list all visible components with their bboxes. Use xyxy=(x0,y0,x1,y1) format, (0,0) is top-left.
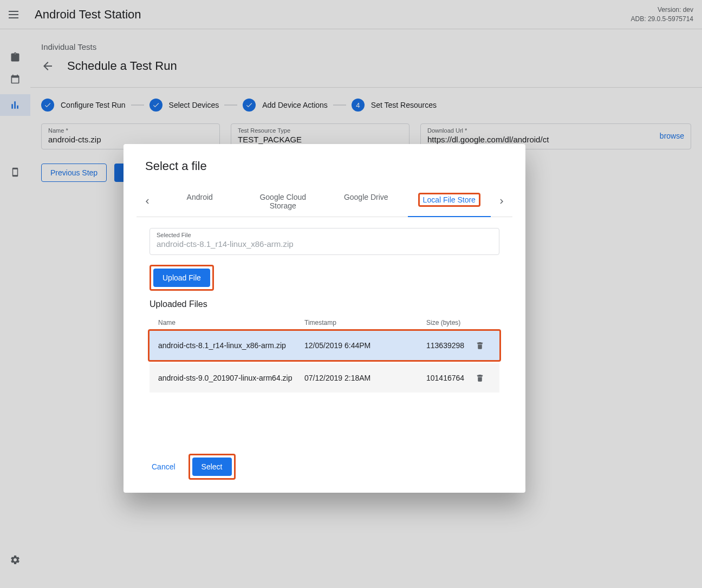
col-size: Size (bytes) xyxy=(426,319,475,326)
select-file-dialog: Select a file Android Google Cloud Stora… xyxy=(123,144,525,493)
selected-file-label: Selected File xyxy=(157,232,492,238)
delete-icon[interactable] xyxy=(475,373,497,383)
tab-local-file-store[interactable]: Local File Store xyxy=(408,186,491,217)
tab-scroll-left-icon[interactable] xyxy=(136,191,158,212)
col-timestamp: Timestamp xyxy=(304,319,426,326)
selected-file-input[interactable] xyxy=(157,239,492,249)
select-button[interactable]: Select xyxy=(192,458,232,476)
tab-scroll-right-icon[interactable] xyxy=(491,191,512,212)
tab-gcs[interactable]: Google Cloud Storage xyxy=(242,186,325,217)
delete-icon[interactable] xyxy=(475,341,497,350)
dialog-title: Select a file xyxy=(136,159,512,173)
cancel-button[interactable]: Cancel xyxy=(145,458,182,475)
uploaded-files-title: Uploaded Files xyxy=(136,299,512,309)
file-row[interactable]: android-sts-9.0_201907-linux-arm64.zip 0… xyxy=(150,363,499,393)
tab-gdrive[interactable]: Google Drive xyxy=(324,186,408,217)
file-row[interactable]: android-cts-8.1_r14-linux_x86-arm.zip 12… xyxy=(150,331,499,360)
col-name: Name xyxy=(158,319,304,326)
upload-file-button[interactable]: Upload File xyxy=(153,269,210,287)
tab-android[interactable]: Android xyxy=(158,186,242,217)
